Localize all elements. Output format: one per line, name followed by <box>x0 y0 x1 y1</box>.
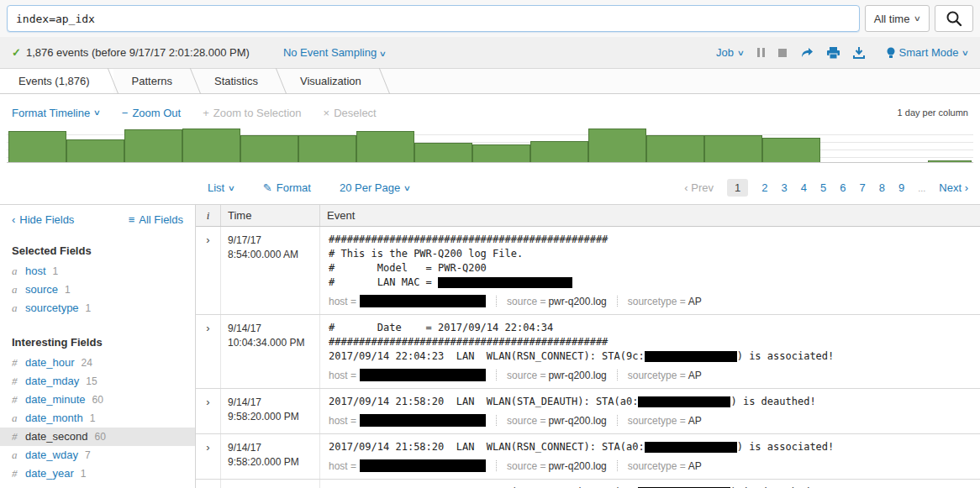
field-type-icon: # <box>12 375 18 388</box>
page-button[interactable]: 6 <box>840 181 846 194</box>
time-range-picker[interactable]: All time ∨ <box>865 5 930 32</box>
histogram-bar[interactable] <box>588 129 646 162</box>
next-page-button[interactable]: Next › <box>939 181 968 194</box>
share-button[interactable] <box>800 47 814 59</box>
source-field-value[interactable]: pwr-q200.log <box>548 370 606 381</box>
print-button[interactable] <box>827 47 840 59</box>
source-field-value[interactable]: pwr-q200.log <box>548 415 606 427</box>
search-mode-menu[interactable]: Smart Mode ∨ <box>887 46 968 59</box>
histogram-bar[interactable] <box>8 131 66 162</box>
event-cell: 2017/09/14 21:58:20 LAN WLAN(RSN_CONNECT… <box>320 434 980 479</box>
page-button[interactable]: 4 <box>801 181 807 194</box>
field-item-host[interactable]: ahost1 <box>0 262 195 281</box>
field-item-date_hour[interactable]: #date_hour24 <box>0 354 195 372</box>
field-count: 60 <box>94 431 105 443</box>
per-page-menu[interactable]: 20 Per Page ∨ <box>340 181 410 194</box>
page-button[interactable]: 9 <box>898 181 904 194</box>
field-name: source <box>25 283 58 296</box>
events-table: i Time Event ›9/17/178:54:00.000 AM#####… <box>196 205 980 488</box>
job-menu[interactable]: Job ∨ <box>716 46 744 59</box>
field-count: 15 <box>86 375 97 387</box>
sourcetype-field-value[interactable]: AP <box>688 460 702 472</box>
tab-patterns[interactable]: Patterns <box>113 69 196 93</box>
pause-button[interactable] <box>757 48 765 57</box>
expand-row-button[interactable]: › <box>196 434 221 479</box>
histogram-bar[interactable] <box>182 129 240 162</box>
event-field-summary: host =source =pwr-q200.logsourcetype =AP <box>329 459 973 472</box>
selected-fields-heading: Selected Fields <box>0 244 195 257</box>
page-numbers: 123456789 <box>727 179 904 197</box>
field-item-date_zone[interactable]: adate_zone1 <box>0 483 195 488</box>
hide-fields-button[interactable]: ‹ Hide Fields <box>12 213 74 226</box>
histogram-bar[interactable] <box>472 144 530 162</box>
field-name: date_year <box>25 467 74 480</box>
zoom-out-button[interactable]: − Zoom Out <box>122 107 181 119</box>
tab-statistics[interactable]: Statistics <box>196 69 282 93</box>
prev-page-button[interactable]: ‹ Prev <box>684 181 714 194</box>
field-type-icon: a <box>12 449 18 462</box>
stop-button[interactable] <box>778 49 787 57</box>
sourcetype-field-value[interactable]: AP <box>688 370 702 381</box>
histogram-bar[interactable] <box>356 131 414 162</box>
field-item-source[interactable]: asource1 <box>0 281 195 299</box>
histogram-bar[interactable] <box>66 139 124 162</box>
export-button[interactable] <box>853 47 865 59</box>
page-button[interactable]: 1 <box>727 179 748 197</box>
sourcetype-field-value[interactable]: AP <box>688 296 702 307</box>
field-item-sourcetype[interactable]: asourcetype1 <box>0 299 195 317</box>
field-item-date_wday[interactable]: adate_wday7 <box>0 446 195 464</box>
field-item-date_minute[interactable]: #date_minute60 <box>0 391 195 409</box>
field-item-date_second[interactable]: #date_second60 <box>0 428 195 446</box>
magnifier-icon <box>946 10 962 27</box>
event-raw-line: # Date = 2017/09/14 22:04:34 <box>329 321 973 335</box>
histogram-bar[interactable] <box>762 138 820 162</box>
source-field-value[interactable]: pwr-q200.log <box>548 296 606 307</box>
field-type-icon: a <box>12 302 18 315</box>
event-raw-line: # This is the PWR-Q200 log File. <box>329 247 973 261</box>
histogram-bar[interactable] <box>124 129 182 162</box>
redacted-host-value <box>360 459 486 472</box>
field-item-date_year[interactable]: #date_year1 <box>0 464 195 483</box>
page-button[interactable]: 3 <box>782 181 788 194</box>
format-results-button[interactable]: ✎ Format <box>263 181 311 194</box>
page-button[interactable]: 8 <box>879 181 885 194</box>
share-icon <box>800 47 814 59</box>
event-time: 9/14/1710:04:34.000 PM <box>221 315 320 388</box>
event-sampling-menu[interactable]: No Event Sampling ∨ <box>283 46 386 59</box>
sourcetype-field-value[interactable]: AP <box>688 415 702 427</box>
histogram-bar[interactable] <box>704 135 762 162</box>
format-timeline-menu[interactable]: Format Timeline ∨ <box>12 107 100 119</box>
histogram-bar[interactable] <box>928 160 972 162</box>
source-field-value[interactable]: pwr-q200.log <box>548 460 606 472</box>
histogram-bar[interactable] <box>298 135 356 162</box>
source-field-label: source = <box>507 370 545 381</box>
list-view-menu[interactable]: List ∨ <box>208 181 234 194</box>
stop-icon <box>778 49 787 57</box>
all-fields-button[interactable]: ≡ All Fields <box>129 213 183 226</box>
histogram-bar[interactable] <box>646 135 704 162</box>
tab-visualization[interactable]: Visualization <box>282 69 385 93</box>
field-item-date_month[interactable]: adate_month1 <box>0 409 195 428</box>
page-button[interactable]: 2 <box>761 181 767 194</box>
histogram-bar[interactable] <box>414 143 472 162</box>
expand-row-button[interactable]: › <box>196 389 221 433</box>
page-button[interactable]: 5 <box>820 181 826 194</box>
expand-row-button[interactable]: › <box>196 480 221 488</box>
field-name: host <box>25 265 46 277</box>
histogram-bar[interactable] <box>240 135 298 162</box>
field-name: date_month <box>25 412 83 424</box>
search-button[interactable] <box>935 5 973 32</box>
redacted-host-value <box>360 414 486 427</box>
expand-row-button[interactable]: › <box>196 227 221 314</box>
tab-events-1-876[interactable]: Events (1,876) <box>0 69 113 93</box>
search-input[interactable] <box>7 5 860 32</box>
field-type-icon: # <box>12 393 18 407</box>
histogram-bars <box>8 128 820 162</box>
deselect-button[interactable]: × Deselect <box>324 107 377 119</box>
histogram-bar[interactable] <box>530 141 588 162</box>
page-button[interactable]: 7 <box>859 181 865 194</box>
zoom-to-selection-button[interactable]: + Zoom to Selection <box>203 107 301 119</box>
field-item-date_mday[interactable]: #date_mday15 <box>0 372 195 391</box>
expand-row-button[interactable]: › <box>196 315 221 388</box>
timeline-scale-label: 1 day per column <box>898 108 968 118</box>
